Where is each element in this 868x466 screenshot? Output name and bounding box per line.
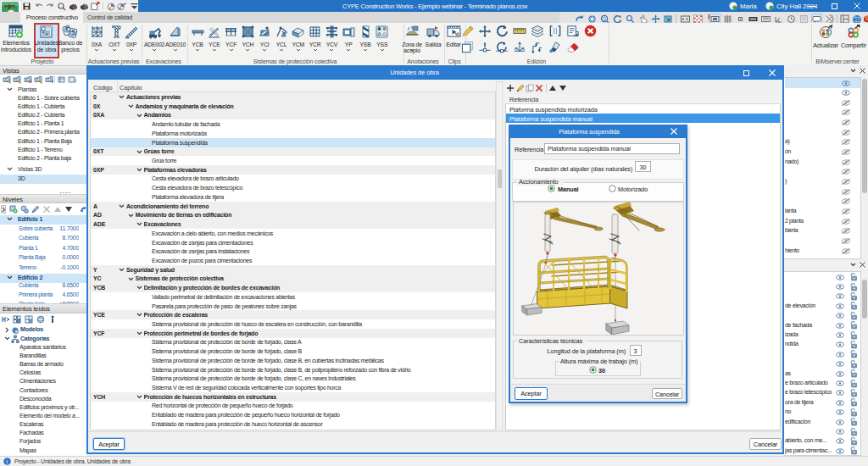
svg-text:i: i xyxy=(6,458,8,465)
svg-text:€: € xyxy=(66,26,70,32)
svg-text:5: 5 xyxy=(71,30,75,36)
svg-text:Q: Q xyxy=(603,16,606,21)
